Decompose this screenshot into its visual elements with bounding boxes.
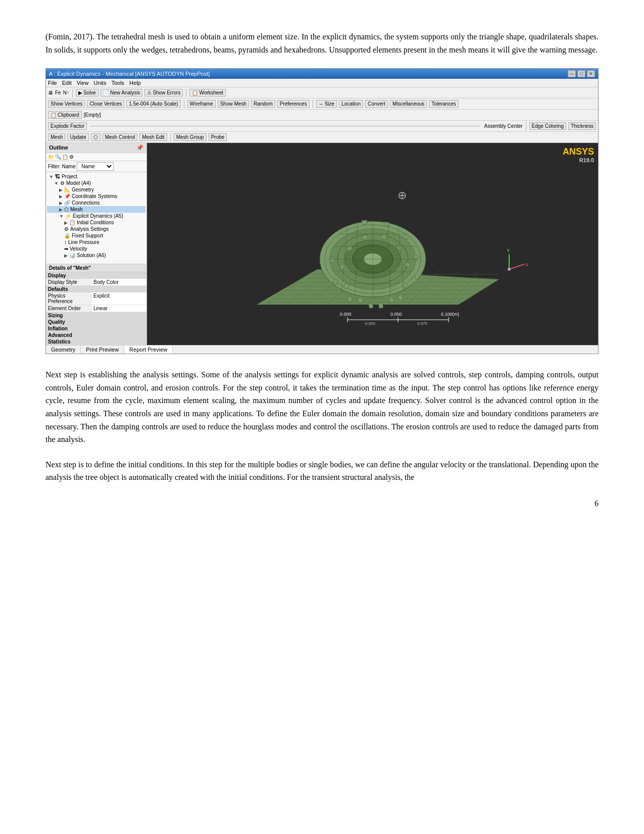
clipboard-value: [Empty] (84, 112, 101, 118)
tree-item-initial-conditions[interactable]: ▶ 📋 Initial Conditions (47, 219, 145, 226)
window-controls[interactable]: — □ ✕ (568, 70, 595, 77)
probe-button[interactable]: Probe (209, 133, 227, 141)
model-expand-icon: ▼ (54, 181, 59, 186)
explode-factor-button[interactable]: Explode Factor (48, 122, 87, 130)
details-section-sizing[interactable]: Sizing (46, 312, 146, 319)
tab-report-preview[interactable]: Report Preview (124, 346, 173, 354)
menu-bar: File Edit View Units Tools Help (46, 79, 598, 87)
details-section-advanced[interactable]: Advanced (46, 332, 146, 338)
show-mesh-button[interactable]: Show Mesh (218, 100, 249, 108)
svg-text:Y: Y (507, 248, 510, 253)
geometry-expand-icon: ▶ (59, 187, 63, 192)
toolbar-row-2: Show Vertices Close Vertices 1.5e-004 (A… (46, 99, 598, 110)
solve-button[interactable]: ▶ Solve (76, 89, 98, 96)
svg-rect-46 (333, 279, 338, 284)
mesh-group-button[interactable]: Mesh Group (174, 133, 207, 141)
display-style-val[interactable]: Body Color (91, 279, 146, 285)
tree-item-project[interactable]: ▼ 🏗 Project (47, 173, 145, 180)
tree-item-model[interactable]: ▼ ⚙ Model (A4) (47, 180, 145, 186)
details-section-statistics[interactable]: Statistics (46, 338, 146, 345)
tree-item-explicit-dynamics[interactable]: ▼ ⚡ Explicit Dynamics (A5) (47, 213, 145, 219)
miscellaneous-button[interactable]: Miscellaneous (390, 100, 427, 108)
worksheet-button[interactable]: 📋 Worksheet (189, 89, 226, 96)
sep-1 (72, 89, 73, 97)
crosshair-indicator (395, 188, 409, 203)
edge-coloring-button[interactable]: Edge Coloring (529, 122, 566, 130)
thickness-button[interactable]: Thickness (568, 122, 596, 130)
tolerances-button[interactable]: Tolerances (429, 100, 458, 108)
gear-mesh-svg: X Y 0.000 0.050 0.100(m) 0.025 0.075 (216, 158, 529, 330)
size-button[interactable]: ↔ Size (316, 100, 337, 108)
ansys-window: A : Explicit Dynamics - Mechanical [ANSY… (45, 68, 599, 354)
tree-item-velocity[interactable]: ➡ Velocity (47, 246, 145, 252)
display-style-key: Display Style (46, 279, 91, 285)
page-number: 6 (45, 499, 599, 508)
outline-panel-title: Outline 📌 (46, 143, 146, 153)
menu-view[interactable]: View (77, 80, 89, 86)
tab-geometry[interactable]: Geometry (46, 346, 81, 354)
details-section-quality[interactable]: Quality (46, 319, 146, 325)
main-3d-view: ANSYS R19.0 (147, 143, 598, 345)
wireframe-button[interactable]: Wireframe (187, 100, 216, 108)
physics-val[interactable]: Explicit (91, 292, 146, 305)
menu-help[interactable]: Help (129, 80, 141, 86)
svg-rect-39 (380, 235, 386, 239)
explode-slider[interactable] (91, 126, 480, 126)
menu-file[interactable]: File (48, 80, 57, 86)
svg-text:0.075: 0.075 (417, 321, 428, 326)
location-button[interactable]: Location (339, 100, 363, 108)
connections-icon: 🔗 (64, 200, 70, 206)
coord-expand-icon: ▶ (59, 194, 63, 199)
scale-dropdown[interactable]: 1.5e-004 (Auto Scale) (126, 100, 180, 108)
gear-mesh-view: X Y 0.000 0.050 0.100(m) 0.025 0.075 (147, 143, 598, 345)
element-order-val[interactable]: Linear (91, 305, 146, 312)
preferences-button[interactable]: Preferences (277, 100, 310, 108)
maximize-button[interactable]: □ (577, 70, 585, 77)
tab-print-preview[interactable]: Print Preview (81, 346, 124, 354)
mesh-label: Mesh (48, 133, 65, 141)
element-order-key: Element Order (46, 305, 91, 312)
tree-item-geometry[interactable]: ▶ 📐 Geometry (47, 186, 145, 193)
outline-icon-4: ⚙ (69, 154, 74, 160)
convert-button[interactable]: Convert (365, 100, 388, 108)
initial-conditions-paragraph: Next step is to define the initial condi… (45, 458, 599, 484)
mesh-control-button[interactable]: Mesh Control (103, 133, 137, 141)
tree-item-connections[interactable]: ▶ 🔗 Connections (47, 200, 145, 206)
show-vertices-button[interactable]: Show Vertices (48, 100, 85, 108)
title-bar: A : Explicit Dynamics - Mechanical [ANSY… (46, 69, 598, 79)
outline-pin-icon[interactable]: 📌 (136, 144, 143, 151)
mesh-edit-button[interactable]: Mesh Edit (139, 133, 167, 141)
mesh-qt-button[interactable]: ⬡ (91, 133, 101, 141)
filter-dropdown[interactable]: Name (77, 162, 114, 171)
new-analysis-button[interactable]: 📄 New Analysis (101, 89, 142, 96)
menu-tools[interactable]: Tools (111, 80, 124, 86)
project-icon: 🏗 (55, 174, 60, 179)
tree-item-analysis-settings[interactable]: ⚙ Analysis Settings (47, 226, 145, 232)
show-errors-button[interactable]: ⚠ Show Errors (144, 89, 183, 96)
details-section-defaults[interactable]: Defaults (46, 286, 146, 292)
minimize-button[interactable]: — (568, 70, 576, 77)
tree-item-line-pressure[interactable]: ↕ Line Pressure (47, 239, 145, 246)
connections-expand-icon: ▶ (59, 201, 63, 206)
outline-toolbar: 📁 🔍 📋 ⚙ (46, 153, 146, 161)
update-button[interactable]: Update (67, 133, 88, 141)
menu-edit[interactable]: Edit (62, 80, 72, 86)
as-icon: ⚙ (64, 226, 69, 232)
outline-label: Outline (49, 144, 68, 151)
outline-icon-3: 📋 (62, 154, 68, 160)
details-section-display[interactable]: Display (46, 272, 146, 279)
details-title: Details of "Mesh" (46, 264, 146, 272)
svg-text:0.000: 0.000 (340, 312, 352, 317)
lp-label: Line Pressure (68, 239, 100, 245)
lp-icon: ↕ (64, 239, 67, 245)
tree-item-mesh[interactable]: ▶ ⬡ Mesh (47, 206, 145, 213)
tree-item-coord-systems[interactable]: ▶ 📌 Coordinate Systems (47, 193, 145, 200)
tree-item-solution[interactable]: ▶ 📊 Solution (A6) (47, 252, 145, 259)
close-button[interactable]: ✕ (587, 70, 595, 77)
close-vertices-button[interactable]: Close Vertices (87, 100, 124, 108)
menu-units[interactable]: Units (93, 80, 106, 86)
details-section-inflation[interactable]: Inflation (46, 325, 146, 332)
tree-item-fixed-support[interactable]: 🔒 Fixed Support (47, 232, 145, 239)
random-button[interactable]: Random (251, 100, 275, 108)
clipboard-button[interactable]: 📋 Clipboard (48, 111, 82, 119)
